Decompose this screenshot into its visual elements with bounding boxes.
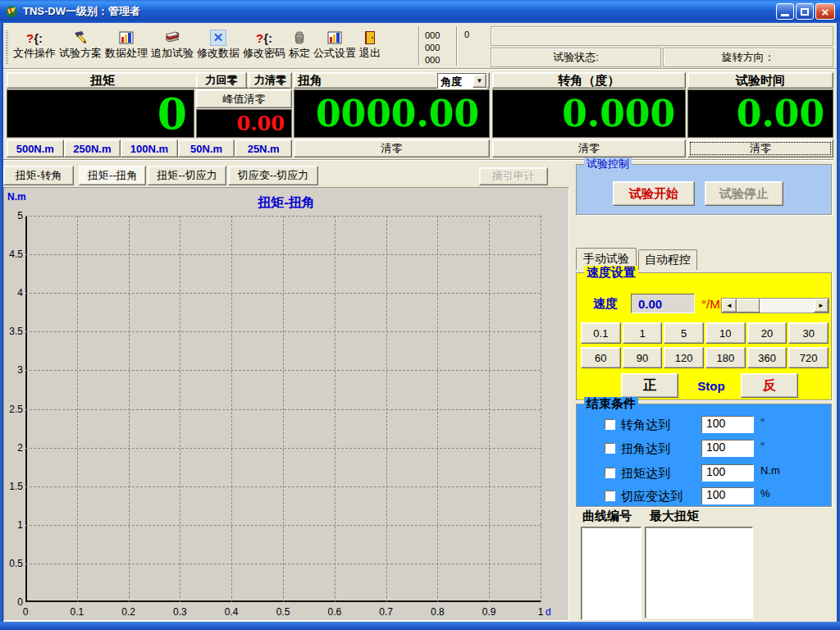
curve-torque-rotation-button[interactable]: 扭矩-转角 [3, 166, 74, 185]
x-tick-label: 0.9 [482, 606, 496, 618]
speed-scrollbar[interactable]: ◄ ► [721, 298, 829, 313]
v-gridline [541, 216, 541, 602]
v-gridline [386, 216, 387, 602]
status-strip-top [491, 26, 833, 46]
angle-mode-value: 角度 [438, 74, 472, 88]
v-gridline [129, 216, 130, 602]
condition-checkbox[interactable] [605, 419, 615, 430]
end-conditions-group-label: 结束条件 [584, 397, 638, 410]
speed-group-label: 速度设置 [584, 266, 638, 279]
condition-checkbox[interactable] [605, 468, 615, 478]
x-tick-label: 0.6 [327, 606, 341, 618]
stop-button[interactable]: Stop [687, 373, 736, 398]
v-gridline [283, 216, 284, 602]
toolbar-calibration[interactable]: 标定 [287, 28, 312, 61]
condition-unit: % [760, 487, 770, 500]
chart-x-unit-label: d [546, 606, 551, 618]
force-return-zero-button[interactable]: 力回零 [196, 72, 247, 89]
angle-mode-combobox[interactable]: 角度 ▼ [437, 73, 487, 89]
range-button[interactable]: 100N.m [121, 139, 178, 158]
toolbar-data-processing[interactable]: 数据处理 [103, 28, 149, 61]
scrollbar-right-arrow-icon[interactable]: ► [814, 299, 829, 313]
curve-torque-shearstress-button[interactable]: 扭矩--切应力 [148, 166, 226, 185]
curve-torque-twist-button[interactable]: 扭矩--扭角 [79, 166, 146, 185]
toolbar-change-password[interactable]: ?{: 修改密码 [241, 28, 287, 61]
speed-preset-button[interactable]: 720 [788, 347, 829, 368]
help-brace-icon: ?{: [256, 29, 272, 47]
y-tick-label: 0.5 [4, 558, 23, 569]
condition-label: 转角达到 [621, 418, 670, 433]
speed-preset-button[interactable]: 360 [747, 347, 788, 368]
chevron-down-icon[interactable]: ▼ [472, 74, 486, 88]
test-status-panel: 试验状态: [491, 48, 661, 67]
toolbar-grip[interactable] [6, 30, 8, 64]
torque-display: 0 [7, 89, 194, 138]
maximize-icon [801, 8, 809, 16]
rotation-direction-label: 旋转方向： [722, 50, 775, 65]
peak-display: 0.00 [196, 109, 292, 138]
condition-value-input[interactable]: 100 [701, 487, 754, 504]
speed-preset-button[interactable]: 5 [664, 322, 704, 344]
condition-unit: ° [760, 416, 765, 428]
scrollbar-track[interactable] [760, 299, 814, 313]
peak-clear-button[interactable]: 峰值清零 [196, 89, 292, 108]
toolbar-modify-data[interactable]: ✕ 修改数据 [195, 28, 241, 61]
range-button[interactable]: 50N.m [178, 139, 235, 158]
condition-label: 扭矩达到 [621, 466, 670, 482]
speed-preset-button[interactable]: 180 [705, 347, 746, 368]
v-gridline [437, 216, 438, 602]
speed-preset-button[interactable]: 30 [788, 322, 829, 344]
toolbar-formula-settings[interactable]: 公式设置 [312, 28, 358, 61]
condition-checkbox[interactable] [605, 491, 615, 501]
v-gridline [180, 216, 180, 602]
time-clear-button[interactable]: 清零 [687, 139, 833, 158]
x-tick-label: 0.8 [431, 606, 445, 618]
condition-value-input[interactable]: 100 [701, 464, 754, 482]
toolbar-separator [418, 26, 420, 66]
curve-shearstrain-shearstress-button[interactable]: 切应变--切应力 [228, 166, 318, 185]
maximize-button[interactable] [796, 3, 814, 20]
time-value: 0.00 [737, 93, 833, 135]
max-torque-listbox[interactable] [645, 527, 753, 619]
force-clear-button[interactable]: 力清零 [249, 72, 292, 89]
test-start-button[interactable]: 试验开始 [613, 181, 695, 206]
tab-auto-program[interactable]: 自动程控 [638, 249, 697, 270]
range-button[interactable]: 25N.m [235, 139, 292, 158]
end-conditions-group: 结束条件 转角达到 100 ° 扭角达到 100 ° 扭矩达到 100 N.m [576, 404, 832, 507]
condition-label: 扭角达到 [621, 441, 670, 457]
toolbar-exit[interactable]: 退出 [358, 28, 382, 61]
scrollbar-thumb[interactable] [737, 299, 760, 313]
speed-preset-button[interactable]: 120 [664, 347, 704, 368]
condition-value-input[interactable]: 100 [701, 440, 754, 457]
speed-input[interactable] [631, 294, 695, 313]
application-window: { "window": { "title": "TNS-DW一级别：管理者" }… [0, 0, 840, 630]
exit-door-icon [363, 29, 377, 47]
toolbar-test-scheme[interactable]: 试验方案 [57, 28, 103, 61]
speed-preset-button[interactable]: 20 [747, 322, 788, 344]
toolbar-file-operations[interactable]: ?{: 文件操作 [11, 28, 57, 61]
test-control-group-label: 试验控制 [584, 158, 632, 171]
y-tick-label: 2 [4, 442, 23, 454]
scrollbar-left-arrow-icon[interactable]: ◄ [722, 299, 737, 313]
speed-preset-button[interactable]: 10 [705, 322, 746, 344]
minimize-button[interactable] [776, 3, 794, 20]
range-button[interactable]: 500N.m [7, 139, 64, 158]
speed-preset-button[interactable]: 90 [623, 347, 663, 368]
close-button[interactable]: × [815, 3, 835, 20]
channel-counters: 000000000 [425, 30, 440, 66]
rotation-clear-button[interactable]: 清零 [492, 139, 686, 158]
speed-preset-button[interactable]: 60 [581, 347, 621, 368]
end-condition-row: 转角达到 100 ° [577, 416, 833, 434]
pen-icon [72, 29, 89, 47]
condition-checkbox[interactable] [605, 443, 615, 454]
toolbar-append-test[interactable]: 追加试验 [149, 28, 195, 61]
range-button[interactable]: 250N.m [64, 139, 121, 158]
time-header: 试验时间 [687, 72, 833, 89]
twist-clear-button[interactable]: 清零 [294, 139, 490, 158]
reverse-button[interactable]: 反 [741, 373, 798, 398]
forward-button[interactable]: 正 [621, 373, 678, 398]
speed-preset-button[interactable]: 1 [623, 322, 663, 344]
curve-number-listbox[interactable] [581, 527, 641, 620]
speed-preset-button[interactable]: 0.1 [581, 322, 621, 344]
condition-value-input[interactable]: 100 [701, 416, 754, 433]
